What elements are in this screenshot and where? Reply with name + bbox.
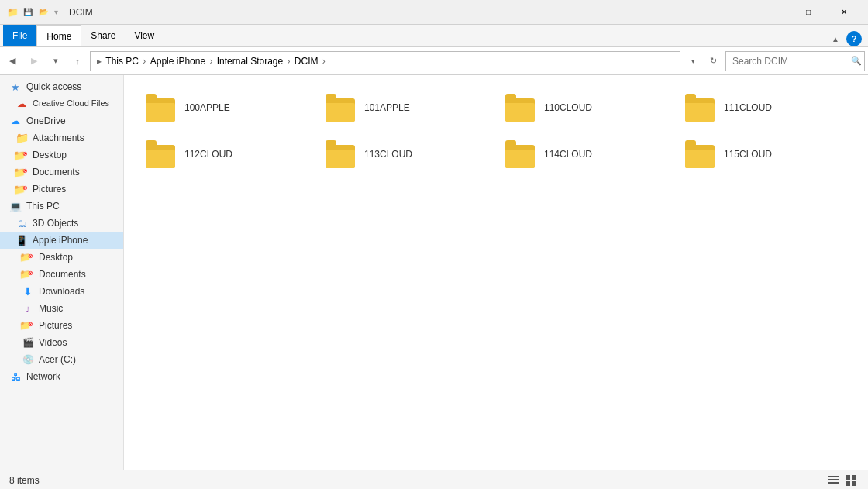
tab-home[interactable]: Home bbox=[36, 25, 81, 46]
sidebar-label-documents2: Documents bbox=[39, 269, 86, 280]
folder-item[interactable]: 112CLOUD bbox=[136, 134, 316, 174]
folder-item[interactable]: 101APPLE bbox=[316, 88, 496, 128]
3d-objects-icon: 🗂 bbox=[16, 217, 28, 229]
svg-rect-2 bbox=[828, 482, 839, 484]
sidebar-item-documents1[interactable]: 📁⊗ Documents bbox=[0, 164, 123, 181]
documents1-folder-icon: 📁⊗ bbox=[16, 166, 28, 178]
sidebar-item-this-pc[interactable]: 💻 This PC bbox=[0, 198, 123, 215]
iphone-icon: 📱 bbox=[16, 234, 28, 246]
sidebar-item-pictures2[interactable]: 📁⊗ Pictures bbox=[0, 317, 123, 334]
status-bar: 8 items bbox=[0, 470, 868, 489]
sidebar-label-downloads: Downloads bbox=[39, 286, 84, 297]
desktop2-folder-icon: 📁⊗ bbox=[22, 251, 34, 263]
sidebar-item-desktop2[interactable]: 📁⊗ Desktop bbox=[0, 249, 123, 266]
folder-label: 111CLOUD bbox=[724, 102, 772, 113]
sidebar-item-desktop1[interactable]: 📁⊗ Desktop bbox=[0, 146, 123, 164]
svg-rect-4 bbox=[852, 475, 856, 480]
back-button[interactable]: ◀ bbox=[3, 52, 22, 71]
folder-label: 100APPLE bbox=[184, 102, 230, 113]
star-icon: ★ bbox=[9, 81, 22, 93]
folder-label: 114CLOUD bbox=[544, 149, 592, 160]
sidebar-item-videos[interactable]: 🎬 Videos bbox=[0, 334, 123, 351]
sidebar-label-videos: Videos bbox=[39, 337, 67, 348]
details-view-button[interactable] bbox=[826, 473, 842, 488]
sidebar-item-attachments[interactable]: 📁 Attachments bbox=[0, 129, 123, 146]
folder-item[interactable]: 111CLOUD bbox=[676, 88, 856, 128]
tab-file[interactable]: File bbox=[3, 25, 36, 46]
drive-icon: 💿 bbox=[22, 353, 34, 366]
ribbon: File Home Share View ▲ ? bbox=[0, 25, 868, 47]
videos-icon: 🎬 bbox=[22, 336, 34, 349]
up-button[interactable]: ↑ bbox=[68, 52, 87, 71]
folder-icon bbox=[146, 140, 177, 168]
folder-item[interactable]: 113CLOUD bbox=[316, 134, 496, 174]
folder-icon bbox=[146, 94, 177, 122]
sidebar-item-onedrive[interactable]: ☁ OneDrive bbox=[0, 112, 123, 129]
refresh-button[interactable]: ↻ bbox=[704, 52, 722, 71]
folder-icon bbox=[685, 140, 716, 168]
forward-button[interactable]: ▶ bbox=[25, 52, 43, 71]
sidebar-item-network[interactable]: 🖧 Network bbox=[0, 368, 123, 385]
search-input[interactable] bbox=[725, 51, 865, 71]
item-count: 8 items bbox=[9, 475, 40, 486]
folder-icon bbox=[326, 94, 356, 122]
sidebar-item-3d-objects[interactable]: 🗂 3D Objects bbox=[0, 215, 123, 232]
sidebar-item-pictures1[interactable]: 📁⊗ Pictures bbox=[0, 181, 123, 198]
title-bar-icons: 📁 💾 📂 ▾ bbox=[6, 6, 60, 19]
sidebar-label-documents1: Documents bbox=[33, 167, 80, 177]
sidebar-label-creative-cloud: Creative Cloud Files bbox=[33, 98, 109, 108]
folder-item[interactable]: 110CLOUD bbox=[496, 88, 676, 128]
view-icons bbox=[826, 473, 859, 488]
sidebar-label-quick-access: Quick access bbox=[26, 81, 81, 92]
address-path[interactable]: ▸ This PC › Apple iPhone › Internal Stor… bbox=[90, 51, 680, 71]
title-bar: 📁 💾 📂 ▾ DCIM − □ ✕ bbox=[0, 0, 868, 25]
app-icon: 📁 bbox=[6, 6, 19, 19]
sidebar: ★ Quick access ☁ Creative Cloud Files ☁ … bbox=[0, 75, 124, 470]
tab-view[interactable]: View bbox=[125, 25, 164, 46]
ribbon-collapse-button[interactable]: ▲ bbox=[828, 31, 843, 46]
large-icons-view-button[interactable] bbox=[843, 473, 859, 488]
folder-item[interactable]: 100APPLE bbox=[136, 88, 316, 128]
sidebar-label-pictures2: Pictures bbox=[39, 320, 72, 331]
folder-label: 113CLOUD bbox=[364, 149, 412, 160]
folder-item[interactable]: 114CLOUD bbox=[496, 134, 676, 174]
close-button[interactable]: ✕ bbox=[826, 0, 862, 25]
desktop1-folder-icon: 📁⊗ bbox=[16, 149, 28, 161]
sidebar-label-this-pc: This PC bbox=[26, 201, 60, 212]
documents2-folder-icon: 📁⊗ bbox=[22, 268, 34, 281]
attachments-folder-icon: 📁 bbox=[16, 132, 28, 144]
folder-grid: 100APPLE 101APPLE 110CLOUD 111CLOUD bbox=[136, 88, 856, 174]
creative-cloud-icon: ☁ bbox=[16, 98, 28, 110]
window-title: DCIM bbox=[69, 7, 93, 18]
svg-rect-0 bbox=[828, 476, 839, 477]
folder-icon bbox=[505, 140, 536, 168]
sidebar-item-apple-iphone[interactable]: 📱 Apple iPhone bbox=[0, 232, 123, 249]
minimize-button[interactable]: − bbox=[755, 0, 790, 25]
help-button[interactable]: ? bbox=[846, 31, 862, 46]
sidebar-item-documents2[interactable]: 📁⊗ Documents bbox=[0, 266, 123, 283]
sidebar-label-onedrive: OneDrive bbox=[26, 115, 66, 126]
sidebar-item-acer-c[interactable]: 💿 Acer (C:) bbox=[0, 351, 123, 368]
folder-label: 110CLOUD bbox=[544, 102, 592, 113]
sidebar-label-acer-c: Acer (C:) bbox=[39, 354, 76, 365]
sidebar-label-desktop2: Desktop bbox=[39, 252, 73, 263]
folder-icon bbox=[326, 140, 356, 168]
main-layout: ★ Quick access ☁ Creative Cloud Files ☁ … bbox=[0, 75, 868, 470]
sidebar-item-quick-access[interactable]: ★ Quick access bbox=[0, 78, 123, 95]
address-dropdown-button[interactable]: ▾ bbox=[684, 52, 702, 71]
recent-locations-button[interactable]: ▾ bbox=[46, 52, 65, 71]
window-controls: − □ ✕ bbox=[755, 0, 862, 25]
address-bar: ◀ ▶ ▾ ↑ ▸ This PC › Apple iPhone › Inter… bbox=[0, 47, 868, 75]
onedrive-icon: ☁ bbox=[9, 115, 22, 127]
folder-label: 115CLOUD bbox=[724, 149, 772, 160]
folder-item[interactable]: 115CLOUD bbox=[676, 134, 856, 174]
tab-share[interactable]: Share bbox=[81, 25, 125, 46]
music-icon: ♪ bbox=[22, 302, 34, 315]
sidebar-item-creative-cloud[interactable]: ☁ Creative Cloud Files bbox=[0, 95, 123, 112]
svg-rect-3 bbox=[846, 475, 850, 480]
search-icon[interactable]: 🔍 bbox=[851, 56, 862, 66]
sidebar-item-downloads[interactable]: ⬇ Downloads bbox=[0, 283, 123, 300]
maximize-button[interactable]: □ bbox=[790, 0, 826, 25]
sidebar-item-music[interactable]: ♪ Music bbox=[0, 300, 123, 317]
downloads-icon: ⬇ bbox=[22, 285, 34, 298]
